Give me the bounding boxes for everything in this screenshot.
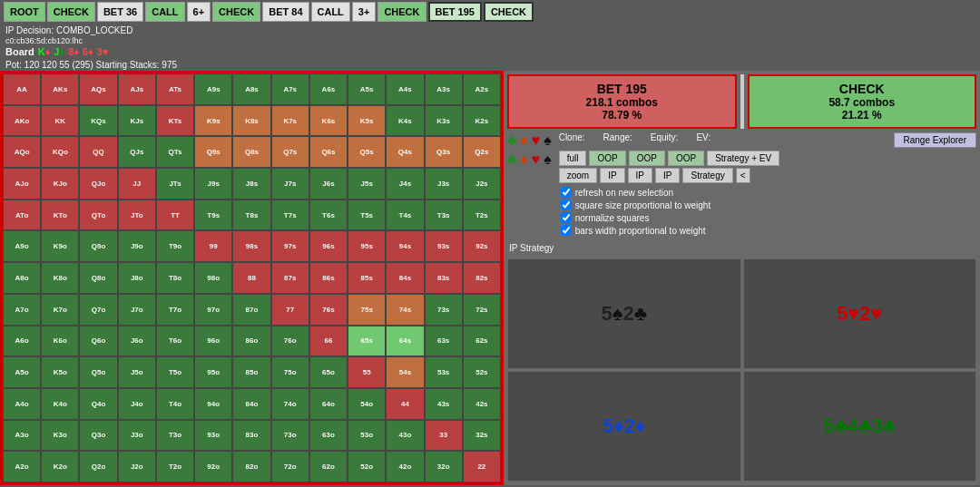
matrix-cell[interactable]: J8o	[118, 262, 156, 294]
nav-check-1[interactable]: CHECK	[47, 2, 95, 22]
strategy-btn[interactable]: Strategy	[682, 168, 732, 183]
matrix-cell[interactable]: 74s	[386, 294, 424, 326]
matrix-cell[interactable]: 93o	[194, 420, 232, 452]
checkbox-bars[interactable]: bars width proportional to weight	[561, 225, 975, 236]
nav-call-2[interactable]: CALL	[311, 2, 350, 22]
matrix-cell[interactable]: 96o	[194, 326, 232, 357]
arrow-btn[interactable]: <	[736, 168, 750, 183]
matrix-cell[interactable]: K7o	[41, 294, 79, 326]
matrix-cell[interactable]: T7o	[156, 294, 194, 326]
matrix-cell[interactable]: A7o	[3, 294, 41, 326]
matrix-cell[interactable]: A2o	[3, 451, 41, 482]
matrix-cell[interactable]: AQo	[3, 136, 41, 168]
matrix-cell[interactable]: 72s	[463, 294, 501, 326]
matrix-cell[interactable]: KTs	[156, 105, 194, 137]
matrix-cell[interactable]: J7o	[118, 294, 156, 326]
oop-btn-2[interactable]: OOP	[629, 151, 665, 166]
nav-check-2[interactable]: CHECK	[212, 2, 260, 22]
matrix-cell[interactable]: J6s	[309, 168, 348, 200]
matrix-cell[interactable]: 98o	[194, 262, 232, 294]
matrix-cell[interactable]: 82o	[232, 451, 270, 482]
matrix-cell[interactable]: Q6s	[309, 136, 348, 168]
matrix-cell[interactable]: K8o	[41, 262, 79, 294]
matrix-cell[interactable]: A7s	[271, 73, 309, 105]
matrix-cell[interactable]: 54o	[348, 388, 386, 420]
matrix-cell[interactable]: K4s	[386, 105, 424, 137]
spade-icon-1[interactable]: ♠	[544, 132, 552, 149]
matrix-cell[interactable]: T6o	[156, 326, 194, 357]
matrix-cell[interactable]: 74o	[271, 388, 309, 420]
matrix-cell[interactable]: A9o	[3, 230, 41, 262]
matrix-cell[interactable]: K5s	[348, 105, 386, 137]
matrix-cell[interactable]: Q3o	[79, 420, 117, 452]
strategy-ev-btn[interactable]: Strategy + EV	[707, 151, 779, 166]
heart-icon-1[interactable]: ♥	[532, 132, 541, 149]
matrix-cell[interactable]: J8s	[232, 168, 270, 200]
matrix-cell[interactable]: A8o	[3, 262, 41, 294]
matrix-cell[interactable]: KQo	[41, 136, 79, 168]
matrix-cell[interactable]: A4s	[386, 73, 424, 105]
club-icon-2[interactable]: ♣	[507, 151, 517, 168]
matrix-cell[interactable]: 84o	[232, 388, 270, 420]
matrix-cell[interactable]: A9s	[194, 73, 232, 105]
matrix-cell[interactable]: KTo	[41, 200, 79, 231]
matrix-cell[interactable]: 75s	[348, 294, 386, 326]
matrix-cell[interactable]: Q7o	[79, 294, 117, 326]
matrix-cell[interactable]: T2o	[156, 451, 194, 482]
matrix-cell[interactable]: K9o	[41, 230, 79, 262]
matrix-cell[interactable]: 42o	[386, 451, 424, 482]
matrix-cell[interactable]: J4o	[118, 388, 156, 420]
matrix-cell[interactable]: T8o	[156, 262, 194, 294]
nav-bet84[interactable]: BET 84	[262, 2, 309, 22]
matrix-cell[interactable]: Q2o	[79, 451, 117, 482]
ip-btn-3[interactable]: IP	[655, 168, 680, 183]
matrix-cell[interactable]: Q3s	[425, 136, 463, 168]
matrix-cell[interactable]: QTo	[79, 200, 117, 231]
matrix-cell[interactable]: K2s	[463, 105, 501, 137]
matrix-cell[interactable]: AKo	[3, 105, 41, 137]
nav-check-3[interactable]: CHECK	[377, 2, 426, 22]
matrix-cell[interactable]: JTo	[118, 200, 156, 231]
matrix-cell[interactable]: 83s	[425, 262, 463, 294]
matrix-cell[interactable]: 92o	[194, 451, 232, 482]
matrix-cell[interactable]: 76o	[271, 326, 309, 357]
matrix-cell[interactable]: A6s	[309, 73, 348, 105]
matrix-cell[interactable]: K7s	[271, 105, 309, 137]
diamond-icon-1[interactable]: ♦	[521, 132, 528, 149]
matrix-cell[interactable]: 93s	[425, 230, 463, 262]
matrix-cell[interactable]: 86s	[309, 262, 348, 294]
matrix-cell[interactable]: 54s	[386, 356, 424, 388]
matrix-cell[interactable]: K6s	[309, 105, 348, 137]
matrix-cell[interactable]: K3s	[425, 105, 463, 137]
matrix-cell[interactable]: J2o	[118, 451, 156, 482]
matrix-cell[interactable]: 99	[194, 230, 232, 262]
matrix-cell[interactable]: 55	[348, 356, 386, 388]
matrix-cell[interactable]: K3o	[41, 420, 79, 452]
matrix-cell[interactable]: 42s	[463, 388, 501, 420]
spade-icon-2[interactable]: ♠	[544, 151, 552, 168]
matrix-cell[interactable]: AKs	[41, 73, 79, 105]
matrix-cell[interactable]: ATo	[3, 200, 41, 231]
matrix-cell[interactable]: T8s	[232, 200, 270, 231]
matrix-cell[interactable]: T5s	[348, 200, 386, 231]
matrix-cell[interactable]: JTs	[156, 168, 194, 200]
matrix-cell[interactable]: Q9o	[79, 230, 117, 262]
matrix-cell[interactable]: KQs	[79, 105, 117, 137]
matrix-cell[interactable]: Q5o	[79, 356, 117, 388]
matrix-cell[interactable]: 66	[309, 326, 348, 357]
suit-selector[interactable]: ♣ ♦ ♥ ♠ ♣ ♦ ♥ ♠	[507, 132, 552, 168]
matrix-cell[interactable]: J5s	[348, 168, 386, 200]
matrix-cell[interactable]: 96s	[309, 230, 348, 262]
matrix-cell[interactable]: 73o	[271, 420, 309, 452]
matrix-cell[interactable]: J9s	[194, 168, 232, 200]
matrix-cell[interactable]: T2s	[463, 200, 501, 231]
matrix-cell[interactable]: T9s	[194, 200, 232, 231]
matrix-cell[interactable]: 82s	[463, 262, 501, 294]
matrix-cell[interactable]: 94s	[386, 230, 424, 262]
matrix-cell[interactable]: 62o	[309, 451, 348, 482]
matrix-cell[interactable]: Q8o	[79, 262, 117, 294]
matrix-cell[interactable]: 88	[232, 262, 270, 294]
nav-6plus[interactable]: 6+	[187, 2, 211, 22]
matrix-cell[interactable]: 64o	[309, 388, 348, 420]
matrix-cell[interactable]: 95o	[194, 356, 232, 388]
